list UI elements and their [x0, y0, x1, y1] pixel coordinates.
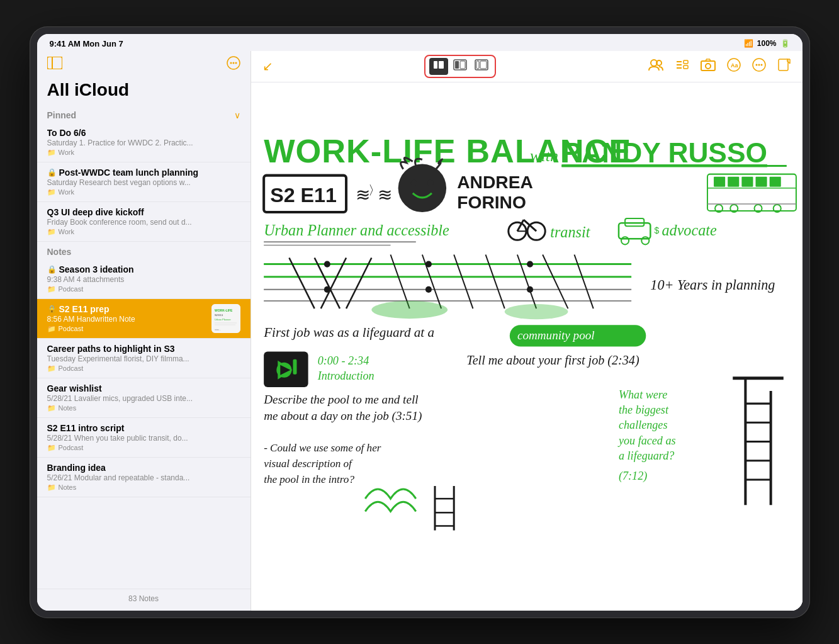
view-mode-mini-button[interactable] — [472, 58, 491, 75]
folder-icon: 📁 — [47, 483, 56, 492]
svg-rect-21 — [480, 61, 487, 69]
svg-text:the pool in the intro?: the pool in the intro? — [264, 473, 354, 485]
camera-button[interactable] — [699, 57, 717, 76]
sidebar-more-button[interactable] — [227, 56, 240, 74]
svg-text:you faced as: you faced as — [617, 434, 676, 446]
note-subtitle-wwdc: Saturday Research best vegan options w..… — [47, 178, 240, 187]
notes-count: 83 Notes — [128, 594, 159, 603]
svg-text:Aa: Aa — [731, 62, 738, 69]
ipad-screen: 9:41 AM Mon Jun 7 📶 100% 🔋 — [37, 34, 802, 611]
note-title-todo: To Do 6/6 — [47, 128, 240, 138]
note-title-wwdc: Post-WWDC team lunch planning — [59, 167, 199, 178]
note-meta-todo: 📁 Work — [47, 149, 240, 157]
svg-point-98 — [324, 286, 330, 292]
note-item-script[interactable]: S2 E11 intro script 5/28/21 When you tak… — [37, 418, 251, 458]
svg-rect-27 — [684, 60, 688, 64]
svg-text:with: with — [530, 147, 558, 165]
svg-rect-17 — [455, 61, 459, 69]
svg-text:a lifeguard?: a lifeguard? — [618, 449, 673, 461]
svg-rect-15 — [439, 61, 444, 69]
folder-icon: 📁 — [47, 444, 56, 452]
svg-text:intro...: intro... — [215, 329, 221, 331]
svg-text:10+ Years in planning: 10+ Years in planning — [650, 276, 775, 292]
folder-icon: 📁 — [47, 325, 56, 333]
svg-rect-114 — [293, 359, 296, 374]
svg-rect-14 — [434, 61, 437, 69]
svg-text:challenges: challenges — [618, 419, 667, 431]
svg-text:Introduction: Introduction — [317, 369, 374, 381]
lock-icon-s3: 🔒 — [47, 265, 57, 274]
note-title-q3: Q3 UI deep dive kickoff — [47, 207, 240, 217]
note-meta-s2e11: 📁 Podcast — [47, 325, 206, 333]
svg-rect-28 — [684, 65, 688, 69]
note-subtitle-career: Tuesday Experimental florist, DIY filmma… — [47, 354, 240, 363]
back-button[interactable]: ↙ — [261, 57, 274, 75]
svg-point-52 — [427, 179, 433, 186]
folder-icon: 📁 — [47, 188, 56, 196]
note-subtitle-q3: Friday Book conference room, send out d.… — [47, 218, 240, 227]
view-mode-full-button[interactable] — [429, 58, 448, 75]
folder-icon: 📁 — [47, 364, 56, 373]
sidebar-toggle-button[interactable] — [47, 57, 62, 73]
svg-text:RANDY RUSSO: RANDY RUSSO — [561, 137, 767, 168]
sidebar-title: All iCloud — [37, 77, 251, 105]
svg-text:S2 E11: S2 E11 — [215, 314, 223, 317]
svg-text:- Could we use some of her: - Could we use some of her — [264, 441, 381, 453]
back-icon: ↙ — [262, 59, 273, 73]
note-item-todo[interactable]: To Do 6/6 Saturday 1. Practice for WWDC … — [37, 123, 251, 162]
svg-point-97 — [324, 261, 330, 267]
svg-point-51 — [410, 179, 417, 186]
compose-button[interactable] — [776, 57, 792, 76]
note-title-s2e11: S2 E11 prep — [59, 304, 110, 314]
collaborate-button[interactable] — [646, 57, 665, 76]
svg-text:0:00 - 2:34: 0:00 - 2:34 — [317, 354, 368, 366]
note-meta-wwdc: 📁 Work — [47, 188, 240, 196]
note-subtitle-s2e11: 8:56 AM Handwritten Note — [47, 315, 206, 324]
ipad-frame: 9:41 AM Mon Jun 7 📶 100% 🔋 — [30, 26, 810, 618]
svg-point-99 — [425, 261, 431, 267]
toolbar-left: ↙ — [261, 57, 274, 75]
note-item-s3[interactable]: 🔒 Season 3 ideation 9:38 AM 4 attachment… — [37, 259, 251, 299]
battery-label: 100% — [757, 39, 777, 48]
battery-icon: 🔋 — [780, 39, 790, 48]
svg-point-101 — [527, 261, 533, 267]
svg-point-3 — [230, 62, 232, 64]
note-item-wwdc[interactable]: 🔒 Post-WWDC team lunch planning Saturday… — [37, 162, 251, 202]
status-bar: 9:41 AM Mon Jun 7 📶 100% 🔋 — [37, 34, 802, 51]
markup-button[interactable]: Aa — [726, 57, 742, 76]
list-view-button[interactable] — [674, 58, 690, 75]
note-meta-career: 📁 Podcast — [47, 364, 240, 373]
note-thumbnail-s2e11: WORK-LIFE S2 E11 Urban Planner intro... — [211, 304, 240, 333]
note-meta-s3: 📁 Podcast — [47, 285, 240, 293]
svg-rect-20 — [476, 61, 479, 69]
svg-text:S2 E11: S2 E11 — [270, 183, 337, 206]
note-item-branding[interactable]: Branding idea 5/26/21 Modular and repeat… — [37, 458, 251, 497]
svg-point-100 — [425, 286, 431, 292]
note-subtitle-branding: 5/26/21 Modular and repeatable - standa.… — [47, 473, 240, 482]
view-mode-split-button[interactable] — [451, 58, 470, 75]
svg-text:≋: ≋ — [378, 184, 392, 204]
status-icons: 📶 100% 🔋 — [744, 39, 790, 48]
svg-text:advocate: advocate — [662, 222, 716, 239]
wifi-icon: 📶 — [744, 39, 753, 48]
note-item-q3[interactable]: Q3 UI deep dive kickoff Friday Book conf… — [37, 202, 251, 242]
note-item-s2e11[interactable]: 🔒 S2 E11 prep 8:56 AM Handwritten Note 📁… — [37, 299, 251, 339]
svg-rect-59 — [741, 176, 753, 186]
note-subtitle-s3: 9:38 AM 4 attachments — [47, 275, 240, 284]
note-item-gear[interactable]: Gear wishlist 5/28/21 Lavalier mics, upg… — [37, 378, 251, 418]
svg-point-30 — [706, 64, 711, 69]
svg-rect-60 — [755, 176, 767, 186]
svg-text:$: $ — [654, 225, 659, 235]
note-item-career[interactable]: Career paths to highlight in S3 Tuesday … — [37, 339, 251, 378]
sidebar-content: Pinned ∨ To Do 6/6 Saturday 1. Practice … — [37, 105, 251, 589]
more-options-button[interactable] — [751, 57, 767, 76]
svg-rect-0 — [47, 57, 62, 69]
svg-rect-57 — [714, 176, 725, 186]
sidebar-footer: 83 Notes — [37, 589, 251, 611]
note-subtitle-gear: 5/28/21 Lavalier mics, upgraded USB inte… — [47, 394, 240, 403]
note-title-script: S2 E11 intro script — [47, 423, 240, 433]
svg-rect-61 — [769, 176, 780, 186]
folder-icon: 📁 — [47, 285, 56, 293]
pinned-chevron[interactable]: ∨ — [234, 110, 240, 120]
note-canvas: WORK-LIFE BALANCE with RANDY RUSSO S2 E1… — [251, 82, 802, 611]
